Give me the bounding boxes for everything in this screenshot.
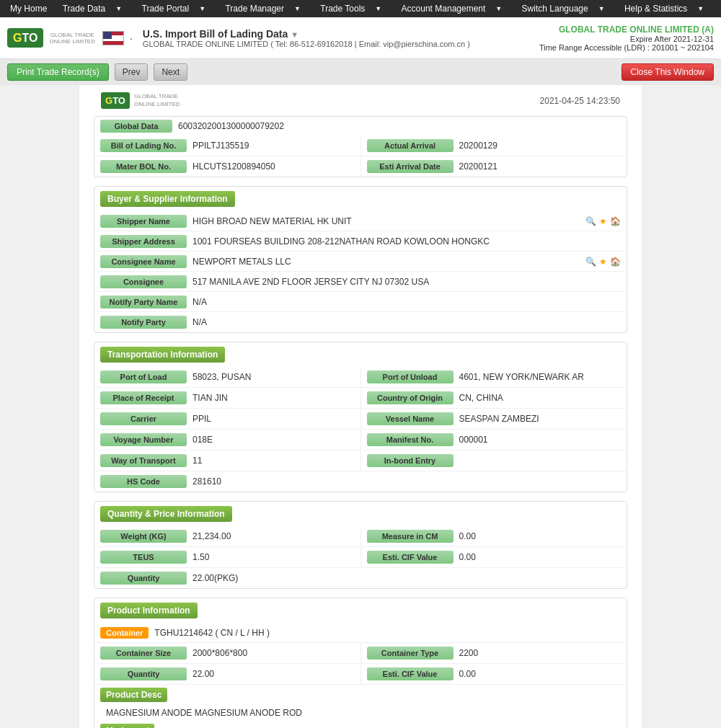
main-content: GTO GLOBAL TRADEONLINE LIMITED 2021-04-2…: [79, 85, 642, 728]
record-logo-icon: GTO: [101, 92, 130, 109]
main-wrapper: GTO GLOBAL TRADEONLINE LIMITED 2021-04-2…: [79, 85, 642, 728]
consignee-label: Consignee: [100, 275, 187, 288]
manifest-no-label: Manifest No.: [367, 433, 454, 446]
bol-no-value: PPILTJ135519: [193, 141, 355, 151]
nav-switch-language[interactable]: Switch Language▼: [510, 4, 613, 14]
teus-cif-row: TEUS 1.50 Esti. CIF Value 0.00: [94, 547, 627, 568]
consignee-value: 517 MANILA AVE 2ND FLOOR JERSEY CITY NJ …: [193, 277, 621, 287]
print-button[interactable]: Print Trade Record(s): [7, 63, 109, 81]
carrier-label: Carrier: [100, 412, 187, 425]
vessel-name-label: Vessel Name: [367, 412, 454, 425]
country-origin-cell: Country of Origin CN, CHINA: [360, 388, 627, 408]
record-logo: GTO GLOBAL TRADEONLINE LIMITED: [101, 92, 180, 109]
way-inbond-row: Way of Transport 11 In-bond Entry: [94, 450, 627, 471]
mater-bol-cell: Mater BOL No. HLCUTS1200894050: [94, 156, 360, 177]
mater-bol-row: Mater BOL No. HLCUTS1200894050 Esti Arri…: [94, 156, 627, 177]
record-header: GTO GLOBAL TRADEONLINE LIMITED 2021-04-2…: [94, 92, 627, 109]
container-badge: Container: [100, 627, 149, 639]
hs-code-row: HS Code 281610: [94, 471, 627, 492]
esti-cif-cell: Esti. CIF Value 0.00: [360, 547, 627, 567]
actual-arrival-cell: Actual Arrival 20200129: [360, 136, 627, 156]
next-button[interactable]: Next: [154, 63, 187, 81]
header-right: GLOBAL TRADE ONLINE LIMITED (A) Expire A…: [539, 25, 714, 52]
nav-help[interactable]: Help & Statistics▼: [614, 4, 713, 14]
logo-icon: GTO: [7, 28, 43, 48]
shipper-search-icon[interactable]: 🔍: [585, 216, 596, 226]
esti-cif-value: 0.00: [459, 552, 622, 562]
shipper-name-label: Shipper Name: [100, 215, 187, 228]
consignee-star-icon[interactable]: ★: [599, 257, 607, 267]
nav-trade-manager[interactable]: Trade Manager▼: [214, 4, 309, 14]
measure-cm-value: 0.00: [459, 531, 622, 541]
title-area: U.S. Import Bill of Lading Data ▼ GLOBAL…: [143, 28, 470, 48]
notify-party-name-row: Notify Party Name N/A: [94, 292, 627, 312]
container-row: Container TGHU1214642 ( CN / L / HH ): [94, 623, 627, 643]
notify-party-row: Notify Party N/A: [94, 312, 627, 332]
port-unload-label: Port of Unload: [367, 370, 454, 383]
shipper-address-label: Shipper Address: [100, 235, 187, 248]
prod-quantity-cif-row: Quantity 22.00 Esti. CIF Value 0.00: [94, 664, 627, 685]
container-size-value: 2000*806*800: [193, 648, 355, 658]
manifest-no-value: 000001: [459, 435, 622, 445]
port-load-value: 58023, PUSAN: [193, 372, 355, 382]
port-row: Port of Load 58023, PUSAN Port of Unload…: [94, 367, 627, 388]
top-navigation: My Home Trade Data▼ Trade Portal▼ Trade …: [0, 0, 721, 17]
esti-arrival-value: 20200121: [459, 161, 622, 172]
nav-account-management[interactable]: Account Management▼: [390, 4, 510, 14]
nav-trade-portal[interactable]: Trade Portal▼: [131, 4, 214, 14]
nav-my-home[interactable]: My Home: [6, 4, 51, 14]
weight-value: 21,234.00: [193, 531, 355, 541]
voyage-manifest-row: Voyage Number 018E Manifest No. 000001: [94, 430, 627, 450]
product-desc-area: Product Desc MAGNESIUM ANODE MAGNESIUM A…: [94, 685, 627, 721]
notify-party-label: Notify Party: [100, 316, 187, 329]
transport-header: Transportation Information: [100, 347, 225, 363]
hs-code-value: 281610: [193, 476, 621, 487]
port-load-cell: Port of Load 58023, PUSAN: [94, 367, 360, 387]
container-size-cell: Container Size 2000*806*800: [94, 643, 360, 663]
container-size-label: Container Size: [100, 647, 187, 660]
product-section: Product Information Container TGHU121464…: [94, 598, 627, 728]
prod-cif-value: 0.00: [459, 669, 622, 679]
record-timestamp: 2021-04-25 14:23:50: [540, 96, 620, 106]
consignee-search-icon[interactable]: 🔍: [585, 257, 596, 267]
consignee-home-icon[interactable]: 🏠: [610, 257, 621, 267]
marks-area: Marks and NO MARKS: [94, 721, 627, 728]
way-transport-value: 11: [193, 456, 355, 466]
port-load-label: Port of Load: [100, 370, 187, 383]
quantity-label: Quantity: [100, 572, 187, 585]
prev-button[interactable]: Prev: [115, 63, 149, 81]
nav-trade-tools[interactable]: Trade Tools▼: [309, 4, 390, 14]
country-origin-value: CN, CHINA: [459, 393, 622, 403]
manifest-no-cell: Manifest No. 000001: [360, 430, 627, 450]
close-window-button[interactable]: Close This Window: [622, 63, 714, 81]
global-data-row: Global Data 6003202001300000079202: [94, 117, 627, 136]
shipper-name-row: Shipper Name HIGH BROAD NEW MATERIAL HK …: [94, 211, 627, 231]
port-unload-cell: Port of Unload 4601, NEW YORK/NEWARK AR: [360, 367, 627, 387]
in-bond-label: In-bond Entry: [367, 454, 454, 467]
container-value: TGHU1214642 ( CN / L / HH ): [154, 628, 621, 638]
global-data-label: Global Data: [100, 120, 172, 133]
consignee-row: Consignee 517 MANILA AVE 2ND FLOOR JERSE…: [94, 272, 627, 292]
bol-row: Bill of Lading No. PPILTJ135519 Actual A…: [94, 136, 627, 156]
esti-cif-label: Esti. CIF Value: [367, 551, 454, 564]
bol-no-label: Bill of Lading No.: [100, 139, 187, 152]
carrier-cell: Carrier PPIL: [94, 409, 360, 429]
place-receipt-label: Place of Receipt: [100, 391, 187, 404]
logo-subtitle: GLOBAL TRADEONLINE LIMITED: [49, 32, 95, 45]
prod-quantity-label: Quantity: [100, 667, 187, 680]
global-data-value: 6003202001300000079202: [178, 121, 284, 131]
port-unload-value: 4601, NEW YORK/NEWARK AR: [459, 372, 622, 382]
shipper-address-row: Shipper Address 1001 FOURSEAS BUILDING 2…: [94, 231, 627, 252]
flag-area: ·: [102, 31, 136, 45]
shipper-star-icon[interactable]: ★: [599, 216, 607, 226]
teus-cell: TEUS 1.50: [94, 547, 360, 567]
nav-trade-data[interactable]: Trade Data▼: [51, 4, 131, 14]
place-receipt-value: TIAN JIN: [193, 393, 355, 403]
shipper-home-icon[interactable]: 🏠: [610, 216, 621, 226]
global-data-section: Global Data 6003202001300000079202 Bill …: [94, 116, 627, 177]
vessel-name-cell: Vessel Name SEASPAN ZAMBEZI: [360, 409, 627, 429]
container-type-label: Container Type: [367, 647, 454, 660]
measure-cm-cell: Measure in CM 0.00: [360, 526, 627, 546]
prod-cif-cell: Esti. CIF Value 0.00: [360, 664, 627, 684]
consignee-name-value: NEWPORT METALS LLC: [193, 257, 583, 267]
